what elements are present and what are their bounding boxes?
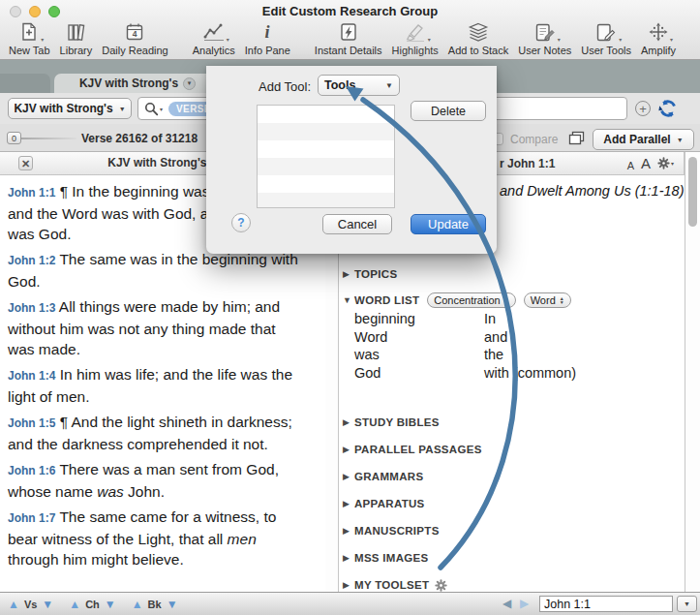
toolbar-button-info-pane[interactable]: iInfo Pane — [240, 19, 295, 56]
verse-counter: Verse 26162 of 31218 — [81, 132, 198, 145]
user-tools-icon: ▾ — [594, 20, 618, 44]
section-parallel-passages[interactable]: ▶PARALLEL PASSAGES — [343, 442, 685, 457]
verse[interactable]: John 1:7 The same came for a witness, to… — [8, 507, 298, 569]
search-icon[interactable]: ▾ — [144, 102, 163, 116]
word-list-filter-dropdown[interactable]: Word▲▼ — [524, 292, 571, 308]
right-pane-scrollbar[interactable] — [685, 152, 700, 592]
stepper-vs: ▲Vs▼ — [8, 598, 53, 611]
svg-text:i: i — [265, 22, 270, 42]
section-apparatus[interactable]: ▶APPARATUS — [343, 496, 685, 511]
toolbar-button-new-tab[interactable]: ▾New Tab — [4, 19, 55, 56]
cancel-button[interactable]: Cancel — [322, 214, 392, 234]
verse-slider-handle[interactable]: 0 — [7, 132, 21, 144]
update-button[interactable]: Update — [411, 214, 486, 234]
pane-settings-gear-icon[interactable]: ▾ — [657, 157, 674, 171]
increase-font-button[interactable]: A — [641, 155, 651, 171]
word-list-row[interactable]: Godwith (common) — [354, 364, 685, 383]
toolbar-group: ▾AnalyticsiInfo Pane — [188, 19, 295, 56]
toolbar-button-highlights[interactable]: ▾Highlights — [387, 19, 443, 56]
disclosure-triangle-icon[interactable]: ▶ — [343, 499, 354, 508]
disclosure-triangle-icon[interactable]: ▶ — [343, 417, 354, 427]
section-my-toolset[interactable]: ▶MY TOOLSET — [343, 577, 685, 592]
toolbar-button-workspaces[interactable]: ▾Workspaces — [695, 19, 700, 56]
step-down-icon[interactable]: ▼ — [167, 598, 178, 611]
help-button[interactable]: ? — [231, 213, 251, 232]
toolbar-group: Instant Details▾HighlightsAdd to Stack▾U… — [310, 19, 681, 56]
verse[interactable]: John 1:3 All things were made by him; an… — [8, 296, 298, 359]
section-manuscripts[interactable]: ▶MANUSCRIPTS — [343, 523, 685, 538]
updown-arrows-icon: ▲▼ — [504, 296, 509, 304]
delete-button[interactable]: Delete — [411, 101, 486, 121]
app-window: Edit Custom Research Group ▾New TabLibra… — [0, 0, 700, 615]
add-parallel-button[interactable]: Add Parallel ▼ — [593, 129, 694, 150]
section-mss-images[interactable]: ▶MSS IMAGES — [343, 550, 685, 566]
verse[interactable]: John 1:5 ¶ And the light shineth in dark… — [8, 412, 298, 454]
my-toolset-gear-icon[interactable] — [435, 579, 447, 592]
chevron-down-icon: ▼ — [119, 106, 126, 112]
toolbar-button-instant-details[interactable]: Instant Details — [310, 19, 387, 56]
section-study-bibles[interactable]: ▶STUDY BIBLES — [343, 415, 685, 430]
toolbar-button-daily-reading[interactable]: 4Daily Reading — [97, 19, 172, 56]
toolbar-group: ▾New TabLibrary4Daily Reading — [4, 19, 173, 56]
add-tool-dropdown[interactable]: Tools ▼ — [318, 75, 400, 96]
tab-dropdown-icon[interactable]: ▾ — [183, 77, 196, 90]
verse-reference: John 1:4 — [8, 369, 55, 383]
disclosure-triangle-icon[interactable]: ▶ — [343, 269, 354, 279]
step-down-icon[interactable]: ▼ — [42, 598, 53, 611]
decrease-font-button[interactable]: A — [627, 160, 634, 171]
reference-input[interactable] — [539, 596, 673, 612]
section-topics[interactable]: ▶TOPICS — [343, 266, 685, 282]
step-down-icon[interactable]: ▼ — [105, 598, 116, 611]
scrollbar-thumb[interactable] — [688, 157, 697, 227]
chevron-down-icon: ▾ — [670, 36, 673, 43]
history-back-icon[interactable]: ◀ — [502, 597, 511, 610]
daily-reading-icon: 4 — [124, 20, 145, 44]
disclosure-triangle-icon[interactable]: ▶ — [343, 580, 354, 590]
verse[interactable]: John 1:4 In him was life; and the life w… — [8, 364, 298, 407]
user-notes-icon: ▾ — [533, 20, 557, 44]
section-grammars[interactable]: ▶GRAMMARS — [343, 469, 685, 484]
tool-list-box[interactable] — [257, 105, 395, 208]
instant-details-icon — [338, 20, 359, 44]
step-up-icon[interactable]: ▲ — [8, 598, 19, 611]
info-pane-icon: i — [260, 20, 274, 44]
toolbar-button-library[interactable]: Library — [55, 19, 98, 56]
disclosure-triangle-icon[interactable]: ▼ — [343, 295, 354, 305]
amplify-search-icon[interactable] — [657, 98, 679, 123]
toolbar-button-add-to-stack[interactable]: Add to Stack — [443, 19, 513, 56]
version-selector-button[interactable]: KJV with Strong's ▼ — [8, 98, 132, 119]
disclosure-triangle-icon[interactable]: ▶ — [343, 553, 354, 563]
inactive-tab-stub[interactable] — [0, 74, 50, 93]
verse-reference: John 1:3 — [8, 301, 55, 315]
toolbar-button-user-notes[interactable]: ▾User Notes — [513, 19, 576, 56]
split-pane-icon[interactable] — [568, 131, 585, 149]
verse-reference: John 1:2 — [8, 254, 55, 267]
reference-dropdown-button[interactable]: ▼ — [677, 596, 697, 612]
disclosure-triangle-icon[interactable]: ▶ — [343, 445, 354, 454]
add-search-criteria-button[interactable]: + — [635, 101, 651, 116]
amplify-icon: ▾ — [648, 20, 669, 44]
word-list-row[interactable]: wasthe — [354, 346, 685, 364]
toolbar-button-amplify[interactable]: ▾Amplify — [636, 19, 681, 56]
tab-kjv-with-strongs[interactable]: KJV with Strong's ▾ — [54, 74, 221, 93]
add-tool-label: Add Tool: — [206, 79, 311, 94]
word-list-row[interactable]: Wordand — [354, 328, 685, 347]
step-up-icon[interactable]: ▲ — [69, 598, 80, 611]
toolbar: ▾New TabLibrary4Daily Reading▾Analyticsi… — [4, 19, 698, 60]
disclosure-triangle-icon[interactable]: ▶ — [343, 472, 354, 481]
step-up-icon[interactable]: ▲ — [132, 598, 143, 611]
verse-reference: John 1:6 — [8, 464, 55, 477]
word-list-table: beginningInWordandwastheGodwith (common) — [354, 310, 685, 382]
verse[interactable]: John 1:2 The same was in the beginning w… — [8, 249, 298, 292]
word-list-filter-dropdown[interactable]: Concentration▲▼ — [427, 292, 515, 308]
analytics-icon: ▾ — [202, 20, 226, 44]
toolbar-button-analytics[interactable]: ▾Analytics — [188, 19, 240, 56]
word-list-row[interactable]: beginningIn — [354, 310, 685, 328]
toolbar-button-user-tools[interactable]: ▾User Tools — [576, 19, 636, 56]
verse[interactable]: John 1:6 There was a man sent from God, … — [8, 459, 298, 502]
disclosure-triangle-icon[interactable]: ▶ — [343, 526, 354, 536]
updown-arrows-icon: ▲▼ — [560, 296, 564, 304]
history-forward-icon[interactable]: ▶ — [520, 597, 529, 610]
section-word-list[interactable]: ▼WORD LISTConcentration▲▼Word▲▼ — [343, 292, 685, 308]
verse-slider-track[interactable] — [21, 138, 76, 139]
